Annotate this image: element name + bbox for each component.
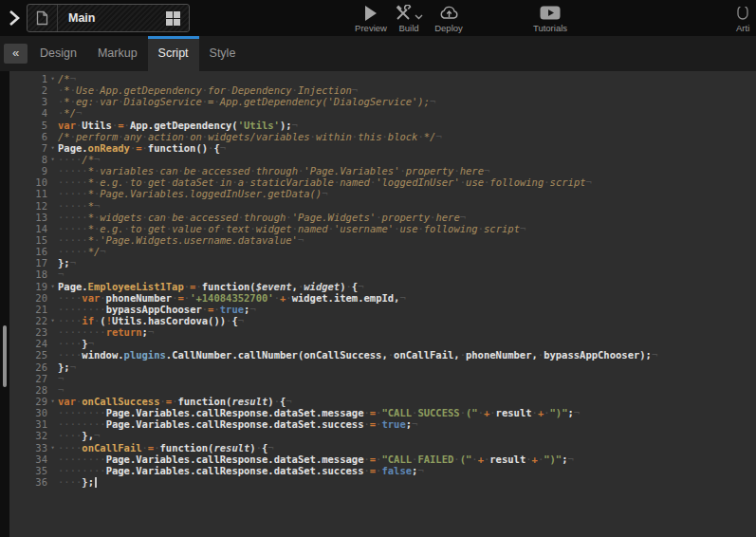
gutter[interactable]: 8▾ [9,154,58,165]
preview-button[interactable]: Preview [350,4,392,33]
code-line[interactable]: 34········Page.Variables.callResponse.da… [9,454,756,465]
tab-markup[interactable]: Markup [87,36,148,71]
code-line[interactable]: 3·*·eg:·var·DialogService·=·App.getDepen… [9,96,756,107]
code-line[interactable]: 29▾var·onCallSuccess·=·function(result)·… [9,396,756,407]
gutter[interactable]: 14 [9,223,58,234]
pages-grid-icon[interactable] [166,11,180,26]
gutter[interactable]: 22▾ [9,315,58,326]
code-line[interactable]: 15·····*·'Page.Widgets.username.datavalu… [9,234,756,246]
gutter[interactable]: 34 [9,454,58,465]
code-line[interactable]: 11·····*·Page.Variables.loggedInUser.get… [9,188,756,199]
gutter[interactable]: 26 [9,361,58,373]
gutter[interactable]: 32 [9,430,58,441]
tab-script[interactable]: Script [148,36,199,71]
code-line[interactable]: 31········Page.Variables.callResponse.da… [9,418,756,430]
code-line[interactable]: 24····}¬ [9,338,756,349]
code-line[interactable]: 17};¬ [9,257,756,268]
code-line[interactable]: 20····var·phoneNumber·=·'+14084352700'·+… [9,292,756,304]
gutter[interactable]: 9 [9,165,58,176]
code-line[interactable]: 18¬ [9,268,756,280]
tutorials-button[interactable]: Tutorials [527,4,573,33]
code-line[interactable]: 35········Page.Variables.callResponse.da… [9,465,756,476]
expand-tree-button[interactable] [6,9,23,28]
code-line[interactable]: 23········return;¬ [9,326,756,338]
code-line[interactable]: 9·····*·variables·can·be·accessed·throug… [9,165,756,176]
gutter[interactable]: 16 [9,246,58,257]
fold-icon[interactable]: ▾ [47,315,58,326]
code-line[interactable]: 25····window.plugins.CallNumber.callNumb… [9,349,756,361]
code-line[interactable]: 13·····*·widgets·can·be·accessed·through… [9,212,756,223]
code-line[interactable]: 5var·Utils·=·App.getDependency('Utils');… [9,120,756,131]
scrollbar-thumb[interactable] [3,325,7,387]
gutter[interactable]: 33▾ [9,442,58,454]
code-line[interactable]: 36····}; [9,476,756,488]
code-line[interactable]: 8▾····/*¬ [9,154,756,165]
build-button[interactable]: Build [387,4,431,33]
gutter[interactable]: 30 [9,407,58,418]
code-line[interactable]: 6/*·perform·any·action·on·widgets/variab… [9,131,756,142]
fold-icon[interactable]: ▾ [47,281,58,292]
code-line[interactable]: 19▾Page.EmployeeList1Tap·=·function($eve… [9,281,756,292]
gutter[interactable]: 2 [9,84,58,96]
code-text: ········Page.Variables.callResponse.data… [58,465,424,476]
gutter[interactable]: 15 [9,234,58,246]
line-number: 27 [9,373,47,384]
code-line[interactable]: 22▾····if·(!Utils.hasCordova())·{¬ [9,315,756,326]
gutter[interactable]: 29▾ [9,396,58,407]
gutter[interactable]: 18 [9,268,58,280]
gutter[interactable]: 28 [9,384,58,396]
gutter[interactable]: 35 [9,465,58,476]
code-line[interactable]: 16·····*/¬ [9,246,756,257]
code-line[interactable]: 26};¬ [9,361,756,373]
gutter[interactable]: 3 [9,96,58,107]
gutter[interactable]: 12 [9,200,58,212]
gutter[interactable]: 1▾ [9,73,58,84]
fold-icon[interactable]: ▾ [47,142,58,154]
gutter[interactable]: 10 [9,176,58,188]
code-line[interactable]: 14·····*·e.g.·to·get·value·of·text·widge… [9,223,756,234]
code-line[interactable]: 4·*/¬ [9,107,756,119]
gutter[interactable]: 24 [9,338,58,349]
tab-style[interactable]: Style [199,36,247,71]
fold-icon[interactable]: ▾ [47,154,58,165]
gutter[interactable]: 27 [9,373,58,384]
code-line[interactable]: 32····},¬ [9,430,756,441]
code-line[interactable]: 12·····*¬ [9,200,756,212]
artifacts-button-partial[interactable]: Arti [736,4,756,33]
collapse-panel-button[interactable]: « [4,44,28,64]
page-selector[interactable]: Main [27,4,190,32]
code-line[interactable]: 7▾Page.onReady·=·function()·{¬ [9,142,756,154]
gutter[interactable]: 20 [9,292,58,304]
script-code-editor[interactable]: 1▾/*¬2·*·Use·App.getDependency·for·Depen… [9,71,756,537]
gutter[interactable]: 19▾ [9,281,58,292]
gutter[interactable]: 21 [9,304,58,315]
gutter[interactable]: 5 [9,120,58,131]
code-line[interactable]: 27¬ [9,373,756,384]
line-number: 26 [9,361,47,373]
code-line[interactable]: 28¬ [9,384,756,396]
gutter[interactable]: 13 [9,212,58,223]
code-line[interactable]: 2·*·Use·App.getDependency·for·Dependency… [9,84,756,96]
gutter[interactable]: 25 [9,349,58,361]
gutter[interactable]: 36 [9,476,58,488]
tab-design[interactable]: Design [29,36,87,71]
deploy-button[interactable]: Deploy [427,4,470,33]
code-line[interactable]: 1▾/*¬ [9,73,756,84]
code-line[interactable]: 21········bypassAppChooser·=·true;¬ [9,304,756,315]
code-text: ¬ [58,373,64,384]
gutter[interactable]: 17 [9,257,58,268]
gutter[interactable]: 11 [9,188,58,199]
code-text: var·onCallSuccess·=·function(result)·{¬ [58,396,292,407]
fold-icon[interactable]: ▾ [47,442,58,454]
gutter[interactable]: 23 [9,326,58,338]
fold-icon[interactable]: ▾ [47,73,58,84]
gutter[interactable]: 6 [9,131,58,142]
code-line[interactable]: 10·····*·e.g.·to·get·dataSet·in·a·static… [9,176,756,188]
code-line[interactable]: 33▾····onCallFail·=·function(result)·{¬ [9,442,756,454]
fold-icon[interactable]: ▾ [47,396,58,407]
gutter[interactable]: 31 [9,418,58,430]
code-text: ····window.plugins.CallNumber.callNumber… [58,349,657,361]
code-line[interactable]: 30········Page.Variables.callResponse.da… [9,407,756,418]
gutter[interactable]: 4 [9,107,58,119]
gutter[interactable]: 7▾ [9,142,58,154]
